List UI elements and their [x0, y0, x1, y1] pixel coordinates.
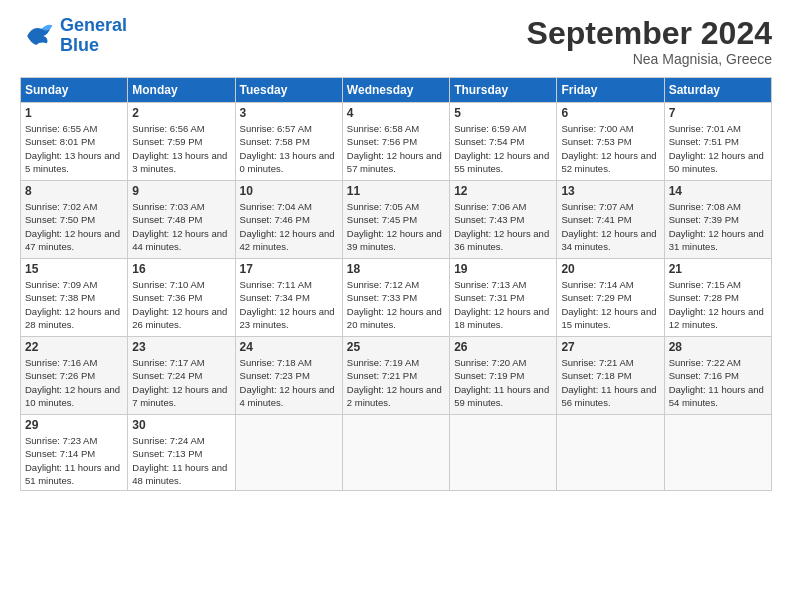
day-info: Sunrise: 7:22 AM Sunset: 7:16 PM Dayligh… [669, 356, 767, 409]
table-row: 13 Sunrise: 7:07 AM Sunset: 7:41 PM Dayl… [557, 181, 664, 259]
table-row [235, 415, 342, 491]
table-row: 17 Sunrise: 7:11 AM Sunset: 7:34 PM Dayl… [235, 259, 342, 337]
day-info: Sunrise: 7:16 AM Sunset: 7:26 PM Dayligh… [25, 356, 123, 409]
logo-text: General Blue [60, 16, 127, 56]
location: Nea Magnisia, Greece [527, 51, 772, 67]
table-row: 14 Sunrise: 7:08 AM Sunset: 7:39 PM Dayl… [664, 181, 771, 259]
day-info: Sunrise: 7:20 AM Sunset: 7:19 PM Dayligh… [454, 356, 552, 409]
header-friday: Friday [557, 78, 664, 103]
table-row: 11 Sunrise: 7:05 AM Sunset: 7:45 PM Dayl… [342, 181, 449, 259]
table-row: 9 Sunrise: 7:03 AM Sunset: 7:48 PM Dayli… [128, 181, 235, 259]
table-row: 4 Sunrise: 6:58 AM Sunset: 7:56 PM Dayli… [342, 103, 449, 181]
day-number: 4 [347, 106, 445, 120]
table-row [342, 415, 449, 491]
day-number: 29 [25, 418, 123, 432]
table-row: 3 Sunrise: 6:57 AM Sunset: 7:58 PM Dayli… [235, 103, 342, 181]
day-info: Sunrise: 7:23 AM Sunset: 7:14 PM Dayligh… [25, 434, 123, 487]
day-number: 16 [132, 262, 230, 276]
day-info: Sunrise: 7:00 AM Sunset: 7:53 PM Dayligh… [561, 122, 659, 175]
day-number: 17 [240, 262, 338, 276]
day-number: 19 [454, 262, 552, 276]
day-info: Sunrise: 7:19 AM Sunset: 7:21 PM Dayligh… [347, 356, 445, 409]
day-number: 26 [454, 340, 552, 354]
logo: General Blue [20, 16, 127, 56]
table-row: 27 Sunrise: 7:21 AM Sunset: 7:18 PM Dayl… [557, 337, 664, 415]
day-info: Sunrise: 7:11 AM Sunset: 7:34 PM Dayligh… [240, 278, 338, 331]
logo-icon [20, 18, 56, 54]
table-row [664, 415, 771, 491]
table-row [450, 415, 557, 491]
table-row: 7 Sunrise: 7:01 AM Sunset: 7:51 PM Dayli… [664, 103, 771, 181]
day-info: Sunrise: 7:12 AM Sunset: 7:33 PM Dayligh… [347, 278, 445, 331]
day-number: 21 [669, 262, 767, 276]
header-tuesday: Tuesday [235, 78, 342, 103]
calendar-header-row: Sunday Monday Tuesday Wednesday Thursday… [21, 78, 772, 103]
day-info: Sunrise: 7:06 AM Sunset: 7:43 PM Dayligh… [454, 200, 552, 253]
day-info: Sunrise: 7:09 AM Sunset: 7:38 PM Dayligh… [25, 278, 123, 331]
day-info: Sunrise: 7:21 AM Sunset: 7:18 PM Dayligh… [561, 356, 659, 409]
header-wednesday: Wednesday [342, 78, 449, 103]
day-number: 15 [25, 262, 123, 276]
day-info: Sunrise: 6:57 AM Sunset: 7:58 PM Dayligh… [240, 122, 338, 175]
day-info: Sunrise: 6:56 AM Sunset: 7:59 PM Dayligh… [132, 122, 230, 175]
day-info: Sunrise: 7:02 AM Sunset: 7:50 PM Dayligh… [25, 200, 123, 253]
day-info: Sunrise: 6:58 AM Sunset: 7:56 PM Dayligh… [347, 122, 445, 175]
calendar-table: Sunday Monday Tuesday Wednesday Thursday… [20, 77, 772, 491]
day-number: 13 [561, 184, 659, 198]
day-info: Sunrise: 7:18 AM Sunset: 7:23 PM Dayligh… [240, 356, 338, 409]
table-row: 29 Sunrise: 7:23 AM Sunset: 7:14 PM Dayl… [21, 415, 128, 491]
day-info: Sunrise: 7:13 AM Sunset: 7:31 PM Dayligh… [454, 278, 552, 331]
day-number: 30 [132, 418, 230, 432]
day-number: 6 [561, 106, 659, 120]
day-number: 7 [669, 106, 767, 120]
table-row: 18 Sunrise: 7:12 AM Sunset: 7:33 PM Dayl… [342, 259, 449, 337]
day-number: 23 [132, 340, 230, 354]
day-info: Sunrise: 7:07 AM Sunset: 7:41 PM Dayligh… [561, 200, 659, 253]
day-number: 18 [347, 262, 445, 276]
day-info: Sunrise: 7:14 AM Sunset: 7:29 PM Dayligh… [561, 278, 659, 331]
header-sunday: Sunday [21, 78, 128, 103]
table-row: 15 Sunrise: 7:09 AM Sunset: 7:38 PM Dayl… [21, 259, 128, 337]
page: General Blue September 2024 Nea Magnisia… [0, 0, 792, 612]
day-info: Sunrise: 7:01 AM Sunset: 7:51 PM Dayligh… [669, 122, 767, 175]
table-row: 23 Sunrise: 7:17 AM Sunset: 7:24 PM Dayl… [128, 337, 235, 415]
day-info: Sunrise: 7:05 AM Sunset: 7:45 PM Dayligh… [347, 200, 445, 253]
day-number: 22 [25, 340, 123, 354]
table-row: 24 Sunrise: 7:18 AM Sunset: 7:23 PM Dayl… [235, 337, 342, 415]
day-number: 5 [454, 106, 552, 120]
day-number: 11 [347, 184, 445, 198]
table-row: 25 Sunrise: 7:19 AM Sunset: 7:21 PM Dayl… [342, 337, 449, 415]
table-row: 8 Sunrise: 7:02 AM Sunset: 7:50 PM Dayli… [21, 181, 128, 259]
day-number: 3 [240, 106, 338, 120]
table-row: 2 Sunrise: 6:56 AM Sunset: 7:59 PM Dayli… [128, 103, 235, 181]
table-row: 6 Sunrise: 7:00 AM Sunset: 7:53 PM Dayli… [557, 103, 664, 181]
table-row: 1 Sunrise: 6:55 AM Sunset: 8:01 PM Dayli… [21, 103, 128, 181]
day-number: 1 [25, 106, 123, 120]
table-row: 12 Sunrise: 7:06 AM Sunset: 7:43 PM Dayl… [450, 181, 557, 259]
day-number: 28 [669, 340, 767, 354]
day-number: 24 [240, 340, 338, 354]
day-number: 10 [240, 184, 338, 198]
day-number: 25 [347, 340, 445, 354]
day-info: Sunrise: 7:24 AM Sunset: 7:13 PM Dayligh… [132, 434, 230, 487]
day-number: 12 [454, 184, 552, 198]
title-block: September 2024 Nea Magnisia, Greece [527, 16, 772, 67]
day-info: Sunrise: 7:17 AM Sunset: 7:24 PM Dayligh… [132, 356, 230, 409]
table-row: 19 Sunrise: 7:13 AM Sunset: 7:31 PM Dayl… [450, 259, 557, 337]
header: General Blue September 2024 Nea Magnisia… [20, 16, 772, 67]
table-row: 21 Sunrise: 7:15 AM Sunset: 7:28 PM Dayl… [664, 259, 771, 337]
day-info: Sunrise: 7:04 AM Sunset: 7:46 PM Dayligh… [240, 200, 338, 253]
table-row: 16 Sunrise: 7:10 AM Sunset: 7:36 PM Dayl… [128, 259, 235, 337]
table-row [557, 415, 664, 491]
day-number: 27 [561, 340, 659, 354]
day-info: Sunrise: 7:10 AM Sunset: 7:36 PM Dayligh… [132, 278, 230, 331]
day-info: Sunrise: 7:15 AM Sunset: 7:28 PM Dayligh… [669, 278, 767, 331]
table-row: 20 Sunrise: 7:14 AM Sunset: 7:29 PM Dayl… [557, 259, 664, 337]
day-info: Sunrise: 7:03 AM Sunset: 7:48 PM Dayligh… [132, 200, 230, 253]
header-saturday: Saturday [664, 78, 771, 103]
table-row: 22 Sunrise: 7:16 AM Sunset: 7:26 PM Dayl… [21, 337, 128, 415]
month-title: September 2024 [527, 16, 772, 51]
day-number: 9 [132, 184, 230, 198]
header-monday: Monday [128, 78, 235, 103]
table-row: 10 Sunrise: 7:04 AM Sunset: 7:46 PM Dayl… [235, 181, 342, 259]
